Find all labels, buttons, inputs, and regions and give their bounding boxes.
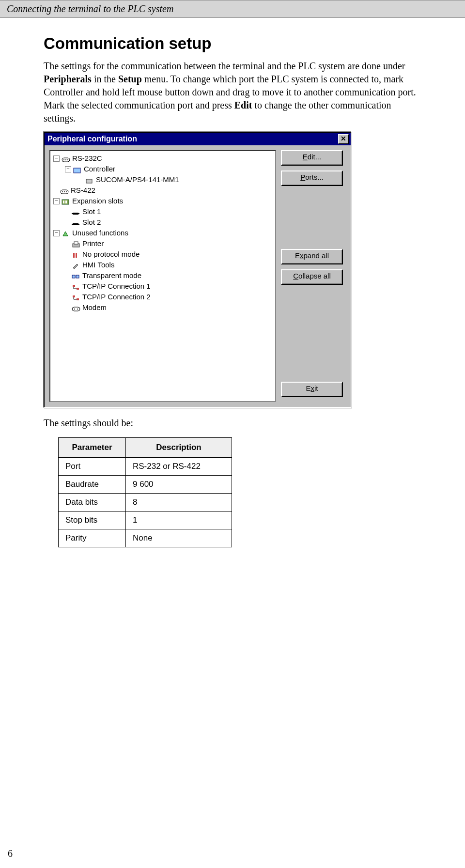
tree-driver[interactable]: SUCOM-A/PS4-141-MM1 bbox=[51, 174, 274, 185]
svg-rect-20 bbox=[74, 242, 78, 244]
page-heading: Communication setup bbox=[44, 34, 421, 53]
svg-rect-24 bbox=[76, 275, 79, 278]
svg-rect-14 bbox=[72, 213, 73, 214]
svg-point-7 bbox=[62, 191, 63, 192]
svg-point-3 bbox=[67, 159, 68, 160]
network-icon bbox=[72, 294, 80, 300]
page-header: Connecting the terminal to the PLC syste… bbox=[0, 0, 465, 18]
header-title: Connecting the terminal to the PLC syste… bbox=[7, 3, 173, 14]
svg-point-2 bbox=[65, 159, 66, 160]
svg-rect-29 bbox=[72, 307, 80, 311]
collapse-icon[interactable]: − bbox=[65, 166, 71, 172]
tree-slot1[interactable]: Slot 1 bbox=[51, 206, 274, 217]
collapse-icon[interactable]: − bbox=[53, 230, 60, 236]
peripheral-config-dialog: Peripheral configuration ✕ − RS-232C − C… bbox=[44, 132, 352, 408]
chip-icon bbox=[85, 176, 94, 183]
table-row: Stop bits1 bbox=[59, 512, 232, 529]
tree-unused[interactable]: − Unused functions bbox=[51, 228, 274, 238]
svg-rect-15 bbox=[78, 213, 79, 214]
svg-point-8 bbox=[64, 191, 65, 192]
port-icon bbox=[60, 187, 69, 194]
svg-point-1 bbox=[63, 159, 64, 160]
tree-noproto[interactable]: No protocol mode bbox=[51, 249, 274, 260]
transparent-icon bbox=[72, 272, 80, 279]
page-number: 6 bbox=[0, 848, 465, 859]
tree-hmi[interactable]: HMI Tools bbox=[51, 260, 274, 270]
svg-rect-28 bbox=[77, 298, 79, 300]
svg-rect-11 bbox=[63, 201, 64, 203]
svg-rect-18 bbox=[78, 224, 79, 225]
slots-icon bbox=[62, 198, 70, 204]
tree-printer[interactable]: Printer bbox=[51, 238, 274, 249]
tree-transparent[interactable]: Transparent mode bbox=[51, 270, 274, 281]
slot-icon bbox=[72, 208, 80, 215]
svg-point-31 bbox=[77, 309, 78, 310]
table-row: Baudrate9 600 bbox=[59, 476, 232, 494]
table-header-description: Description bbox=[126, 438, 232, 458]
table-row: ParityNone bbox=[59, 529, 232, 547]
collapse-icon[interactable]: − bbox=[53, 198, 60, 204]
settings-intro: The settings should be: bbox=[44, 418, 421, 429]
noproto-icon bbox=[72, 251, 80, 258]
svg-rect-23 bbox=[72, 275, 75, 278]
tree-rs422[interactable]: RS-422 bbox=[51, 185, 274, 196]
svg-rect-27 bbox=[73, 295, 75, 297]
svg-rect-22 bbox=[76, 253, 77, 258]
svg-rect-25 bbox=[73, 285, 75, 287]
dialog-titlebar[interactable]: Peripheral configuration ✕ bbox=[45, 133, 351, 145]
tree-slot2[interactable]: Slot 2 bbox=[51, 217, 274, 228]
controller-icon bbox=[73, 166, 82, 172]
ports-button[interactable]: Ports... bbox=[281, 170, 343, 186]
table-row: PortRS-232 or RS-422 bbox=[59, 458, 232, 476]
settings-table: Parameter Description PortRS-232 or RS-4… bbox=[58, 437, 232, 547]
printer-icon bbox=[72, 240, 80, 247]
exit-button[interactable]: Exit bbox=[281, 382, 343, 397]
intro-paragraph: The settings for the communication betwe… bbox=[44, 60, 421, 125]
svg-rect-5 bbox=[86, 179, 92, 183]
expand-all-button[interactable]: Expand all bbox=[281, 249, 343, 264]
collapse-all-button[interactable]: Collapse all bbox=[281, 269, 343, 285]
svg-point-30 bbox=[74, 309, 75, 310]
close-icon[interactable]: ✕ bbox=[338, 134, 349, 144]
svg-rect-21 bbox=[73, 253, 75, 258]
svg-rect-26 bbox=[77, 288, 79, 290]
svg-rect-13 bbox=[73, 213, 78, 215]
svg-rect-16 bbox=[73, 223, 78, 225]
table-row: Data bits8 bbox=[59, 494, 232, 512]
tree-controller[interactable]: − Controller bbox=[51, 164, 274, 174]
page-footer: 6 bbox=[0, 845, 465, 859]
svg-point-9 bbox=[66, 191, 67, 192]
tools-icon bbox=[72, 262, 80, 268]
svg-rect-17 bbox=[72, 224, 73, 225]
tree-tcpip2[interactable]: TCP/IP Connection 2 bbox=[51, 292, 274, 302]
tree-tcpip1[interactable]: TCP/IP Connection 1 bbox=[51, 281, 274, 292]
tree-modem[interactable]: Modem bbox=[51, 302, 274, 313]
svg-rect-12 bbox=[65, 201, 67, 203]
edit-button[interactable]: Edit... bbox=[281, 150, 343, 166]
collapse-icon[interactable]: − bbox=[53, 155, 60, 162]
dialog-title: Peripheral configuration bbox=[47, 135, 137, 143]
tree-view[interactable]: − RS-232C − Controller SUCOM-A/PS4-141-M… bbox=[49, 150, 276, 402]
port-icon bbox=[62, 155, 70, 162]
svg-rect-4 bbox=[74, 168, 80, 173]
tree-expansion[interactable]: − Expansion slots bbox=[51, 196, 274, 206]
tree-rs232c[interactable]: − RS-232C bbox=[51, 153, 274, 164]
network-icon bbox=[72, 283, 80, 290]
modem-icon bbox=[72, 304, 80, 311]
table-header-parameter: Parameter bbox=[59, 438, 126, 458]
recycle-icon bbox=[62, 230, 70, 236]
slot-icon bbox=[72, 219, 80, 226]
